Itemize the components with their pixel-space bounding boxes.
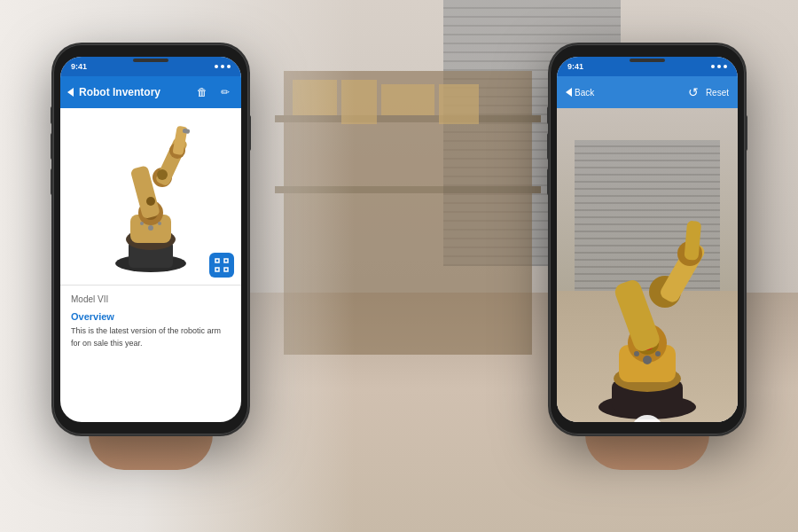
vol-up-right bbox=[547, 133, 550, 160]
status-icons bbox=[215, 65, 231, 68]
ar-view-button[interactable] bbox=[209, 253, 234, 278]
right-phone-screen: 9:41 Back ↺ Reset bbox=[557, 57, 738, 422]
svg-point-14 bbox=[158, 222, 161, 225]
nav-title: Robot Inventory bbox=[79, 86, 188, 98]
vol-mute-right bbox=[547, 106, 550, 124]
overview-title: Overview bbox=[71, 311, 231, 322]
power-button-right bbox=[745, 115, 747, 151]
volume-up-button bbox=[51, 133, 53, 160]
vol-down-right bbox=[547, 168, 550, 195]
box bbox=[381, 84, 434, 115]
ar-icon bbox=[215, 258, 229, 272]
power-button bbox=[248, 115, 251, 151]
back-button[interactable] bbox=[67, 88, 74, 97]
ar-back-arrow-icon bbox=[566, 88, 572, 97]
svg-point-15 bbox=[146, 197, 155, 206]
left-phone-wrapper: 9:41 Robot Inventory 🗑 ✏ bbox=[53, 44, 248, 434]
content-area: Model VII Overview This is the latest ve… bbox=[60, 286, 241, 358]
left-phone-screen: 9:41 Robot Inventory 🗑 ✏ bbox=[60, 57, 241, 422]
svg-rect-17 bbox=[215, 259, 219, 262]
battery-icon bbox=[227, 65, 231, 68]
phone-speaker-right bbox=[630, 59, 665, 62]
ar-scene bbox=[557, 108, 738, 422]
svg-point-34 bbox=[634, 351, 639, 356]
left-phone: 9:41 Robot Inventory 🗑 ✏ bbox=[53, 44, 248, 434]
status-time-right: 9:41 bbox=[567, 62, 583, 71]
phone-speaker bbox=[133, 59, 168, 62]
battery-icon-right bbox=[724, 65, 727, 68]
robot-arm-image bbox=[84, 117, 217, 277]
overview-description: This is the latest version of the roboti… bbox=[71, 325, 231, 349]
svg-point-12 bbox=[148, 225, 153, 231]
wifi-icon bbox=[221, 65, 224, 68]
right-phone-wrapper: 9:41 Back ↺ Reset bbox=[550, 44, 745, 434]
status-icons-right bbox=[711, 65, 727, 68]
robot-model-label: Model VII bbox=[71, 294, 231, 304]
delete-button[interactable]: 🗑 bbox=[193, 83, 211, 101]
wifi-icon-right bbox=[717, 65, 721, 68]
signal-icon bbox=[215, 65, 218, 68]
svg-point-16 bbox=[157, 169, 168, 180]
ar-nav-bar: Back ↺ Reset bbox=[557, 76, 738, 108]
ar-back-button[interactable]: Back bbox=[566, 88, 594, 98]
reset-icon: ↺ bbox=[688, 85, 699, 99]
svg-point-35 bbox=[655, 351, 661, 356]
volume-mute-button bbox=[51, 106, 53, 124]
svg-rect-19 bbox=[215, 268, 219, 271]
volume-down-button bbox=[51, 168, 53, 195]
edit-button[interactable]: ✏ bbox=[216, 83, 234, 101]
svg-point-33 bbox=[643, 356, 652, 364]
svg-rect-20 bbox=[224, 268, 228, 271]
signal-icon-right bbox=[711, 65, 715, 68]
ar-reset-button[interactable]: Reset bbox=[706, 88, 729, 98]
nav-bar-left: Robot Inventory 🗑 ✏ bbox=[60, 76, 241, 108]
svg-point-13 bbox=[140, 222, 144, 225]
ar-robot-arm-image bbox=[576, 207, 718, 420]
back-arrow-icon bbox=[67, 88, 74, 97]
right-phone: 9:41 Back ↺ Reset bbox=[550, 44, 745, 434]
svg-rect-18 bbox=[224, 259, 228, 262]
box bbox=[439, 84, 479, 124]
status-time: 9:41 bbox=[71, 62, 87, 71]
robot-display-area bbox=[60, 108, 241, 286]
ar-robot bbox=[576, 207, 718, 420]
